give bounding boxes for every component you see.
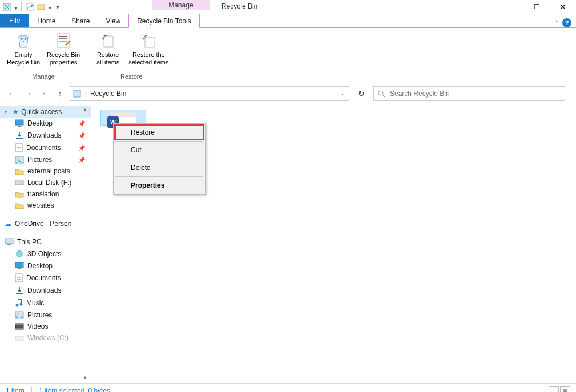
svg-rect-31 — [17, 279, 21, 280]
sidebar-quick-access[interactable]: ▾ ★ Quick access — [0, 106, 91, 118]
properties-icon[interactable] — [25, 2, 34, 11]
sidebar-item-label: translation — [27, 190, 59, 198]
svg-rect-27 — [18, 268, 21, 269]
recycle-bin-properties-button[interactable]: Recycle Bin properties — [43, 29, 83, 66]
sidebar-item-3d-objects[interactable]: 3D Objects — [0, 248, 91, 260]
chevron-down-icon[interactable]: ▾ — [5, 110, 10, 115]
forward-button[interactable]: → — [22, 87, 34, 100]
navigation-pane[interactable]: ▲ ▾ ★ Quick access Desktop📌Downloads📌Doc… — [0, 104, 91, 383]
context-menu: Restore Cut Delete Properties — [113, 123, 206, 195]
status-selected-count: 1 item selected — [39, 387, 85, 393]
restore-all-icon — [99, 31, 117, 50]
tab-home[interactable]: Home — [29, 14, 63, 27]
address-dropdown-icon[interactable]: ⌄ — [340, 91, 347, 96]
sidebar-item-downloads[interactable]: Downloads — [0, 284, 91, 297]
back-button[interactable]: ← — [6, 87, 18, 100]
svg-rect-26 — [15, 262, 23, 268]
sidebar-item-local-disk-f-[interactable]: Local Disk (F:) — [0, 177, 91, 188]
sidebar-onedrive[interactable]: ☁ OneDrive - Person — [0, 218, 91, 229]
context-menu-properties[interactable]: Properties — [115, 178, 204, 193]
sidebar-item-label: Downloads — [27, 131, 61, 139]
sidebar-item-label: Desktop — [27, 262, 53, 270]
empty-recycle-bin-button[interactable]: Empty Recycle Bin — [3, 29, 43, 66]
details-view-button[interactable]: ≣ — [549, 386, 559, 393]
3d-icon — [15, 249, 24, 258]
sidebar-item-videos[interactable]: Videos — [0, 321, 91, 332]
download-icon — [15, 131, 24, 140]
context-tab-header: Manage — [152, 0, 210, 14]
navigation-bar: ← → ▼ ↑ › Recycle Bin ⌄ ↻ — [0, 83, 576, 104]
up-button[interactable]: ↑ — [54, 87, 66, 100]
sidebar-item-translation[interactable]: translation — [0, 188, 91, 200]
minimize-button[interactable]: — — [497, 0, 523, 14]
svg-rect-30 — [17, 277, 21, 278]
restore-all-items-button[interactable]: Restore all items — [91, 29, 125, 66]
collapse-ribbon-icon[interactable]: ⌃ — [554, 20, 559, 26]
restore-selected-items-button[interactable]: Restore the selected items — [125, 29, 172, 66]
quick-access-toolbar: ▼ ▼ ▾ — [0, 0, 63, 14]
sidebar-item-label: Documents — [26, 274, 61, 282]
sidebar-item-documents[interactable]: Documents — [0, 272, 91, 284]
sidebar-item-desktop[interactable]: Desktop📌 — [0, 118, 91, 129]
scroll-up-icon[interactable]: ▲ — [80, 105, 90, 114]
sidebar-this-pc[interactable]: This PC — [0, 236, 91, 248]
sidebar-item-documents[interactable]: Documents📌 — [0, 142, 91, 154]
search-box[interactable] — [373, 86, 565, 101]
restore-selected-icon — [139, 31, 158, 50]
sidebar-item-pictures[interactable]: Pictures📌 — [0, 154, 91, 165]
icons-view-button[interactable]: ▦ — [560, 386, 570, 393]
folder-icon — [15, 202, 24, 209]
recycle-bin-properties-label: Recycle Bin properties — [47, 51, 80, 66]
qat-dropdown-caret-icon[interactable]: ▼ — [48, 4, 52, 10]
sidebar-item-pictures[interactable]: Pictures — [0, 309, 91, 321]
help-icon[interactable]: ? — [562, 18, 571, 27]
breadcrumb-location[interactable]: Recycle Bin — [90, 90, 126, 98]
recycle-bin-empty-icon — [14, 31, 33, 50]
sidebar-item-label: websites — [27, 201, 54, 209]
address-bar[interactable]: › Recycle Bin ⌄ — [70, 86, 349, 101]
recycle-bin-icon — [2, 2, 11, 11]
qat-menu-caret-icon[interactable]: ▼ — [14, 4, 18, 10]
context-menu-cut[interactable]: Cut — [115, 143, 204, 157]
context-menu-delete[interactable]: Delete — [115, 160, 204, 175]
sidebar-item-websites[interactable]: websites — [0, 200, 91, 211]
new-folder-icon[interactable] — [37, 2, 46, 11]
tab-view[interactable]: View — [98, 14, 128, 27]
maximize-button[interactable]: ☐ — [523, 0, 550, 14]
close-button[interactable]: ✕ — [550, 0, 576, 14]
status-separator — [31, 387, 32, 393]
star-icon: ★ — [13, 108, 19, 116]
tab-file[interactable]: File — [0, 14, 29, 27]
sidebar-item-label: Pictures — [27, 311, 52, 319]
tab-recycle-bin-tools[interactable]: Recycle Bin Tools — [128, 14, 200, 28]
history-dropdown[interactable]: ▼ — [38, 87, 50, 100]
svg-rect-40 — [15, 336, 23, 340]
svg-point-36 — [17, 313, 19, 315]
sidebar-item-music[interactable]: Music — [0, 297, 91, 309]
disk-icon — [15, 334, 24, 341]
search-input[interactable] — [389, 89, 561, 98]
pin-icon: 📌 — [78, 132, 88, 139]
sidebar-item-external-posts[interactable]: external posts — [0, 165, 91, 177]
pictures-icon — [15, 156, 24, 164]
context-menu-separator — [115, 176, 203, 177]
qat-overflow[interactable]: ▾ — [54, 3, 61, 11]
cloud-icon: ☁ — [5, 220, 11, 228]
scroll-down-icon[interactable]: ▼ — [80, 373, 90, 382]
ribbon-group-restore: Restore all items Restore the selected i… — [87, 28, 175, 83]
music-icon — [15, 298, 23, 308]
svg-rect-1 — [26, 3, 33, 10]
sidebar-item-downloads[interactable]: Downloads📌 — [0, 129, 91, 142]
properties-sheet-icon — [54, 31, 72, 50]
sidebar-quick-access-label: Quick access — [21, 108, 62, 116]
sidebar-item-desktop[interactable]: Desktop — [0, 260, 91, 272]
view-toggle: ≣ ▦ — [549, 386, 570, 393]
tab-share[interactable]: Share — [63, 14, 98, 27]
breadcrumb-chevron-icon[interactable]: › — [84, 91, 88, 96]
restore-selected-items-label: Restore the selected items — [128, 51, 168, 66]
sidebar-item-more[interactable]: Windows (C:) — [0, 332, 91, 343]
svg-rect-17 — [17, 146, 21, 146]
svg-rect-38 — [15, 324, 23, 325]
context-menu-restore[interactable]: Restore — [115, 125, 204, 140]
refresh-button[interactable]: ↻ — [353, 86, 370, 101]
